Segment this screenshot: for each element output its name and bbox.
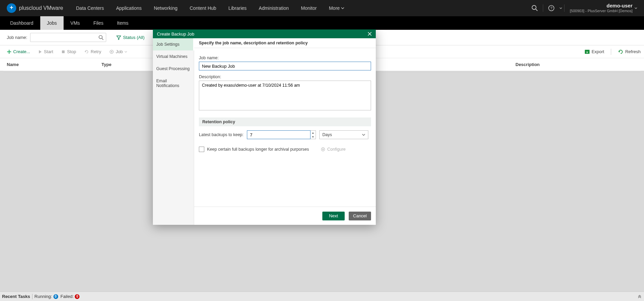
keep-label: Latest backups to keep: [199, 132, 244, 137]
wizard-heading: Specify the job name, description and re… [194, 38, 376, 48]
running-label: Running: [34, 294, 52, 299]
dialog-footer: Next Cancel [194, 207, 376, 225]
keep-count-input[interactable] [247, 130, 310, 139]
wiz-tab-email-notifications[interactable]: Email Notifications [153, 75, 194, 92]
jobname-field-label: Job name: [199, 56, 371, 60]
create-backup-job-dialog: Create Backup Job Job Settings Virtual M… [153, 29, 376, 225]
cancel-button[interactable]: Cancel [349, 212, 371, 220]
wiz-tab-job-settings[interactable]: Job Settings [153, 38, 194, 50]
wiz-tab-virtual-machines[interactable]: Virtual Machines [153, 50, 194, 63]
expand-tasks-button[interactable] [637, 294, 642, 299]
stepper-down[interactable]: ▼ [310, 135, 316, 139]
next-button[interactable]: Next [322, 212, 345, 220]
wizard-nav: Job Settings Virtual Machines Guest Proc… [153, 38, 194, 225]
chevron-up-double-icon [637, 294, 642, 299]
keep-count-stepper[interactable]: ▲ ▼ [247, 130, 316, 139]
archival-checkbox[interactable] [199, 147, 204, 152]
close-icon [368, 32, 372, 36]
keep-unit-value: Days [322, 132, 332, 137]
stepper-up[interactable]: ▲ [310, 131, 316, 135]
chevron-down-icon [362, 133, 365, 136]
running-count: 0 [53, 294, 58, 299]
retention-header: Retention policy [199, 117, 371, 126]
recent-tasks-label[interactable]: Recent Tasks [2, 294, 30, 299]
description-field-label: Description: [199, 74, 371, 79]
keep-unit-select[interactable]: Days [319, 130, 368, 139]
failed-label: Failed: [61, 294, 74, 299]
description-field[interactable] [199, 81, 371, 110]
close-button[interactable] [368, 32, 372, 36]
failed-count: 0 [75, 294, 79, 299]
gear-icon [321, 147, 325, 152]
jobname-field[interactable] [199, 62, 371, 70]
configure-label: Configure [327, 147, 346, 152]
wiz-tab-guest-processing[interactable]: Guest Processing [153, 63, 194, 75]
status-bar: Recent Tasks Running: 0 Failed: 0 [0, 292, 644, 301]
dialog-titlebar: Create Backup Job [153, 29, 376, 38]
modal-overlay: Create Backup Job Job Settings Virtual M… [0, 0, 644, 301]
configure-button[interactable]: Configure [321, 147, 346, 152]
dialog-title: Create Backup Job [157, 31, 194, 37]
svg-point-16 [322, 149, 324, 150]
archival-label: Keep certain full backups longer for arc… [207, 147, 309, 152]
